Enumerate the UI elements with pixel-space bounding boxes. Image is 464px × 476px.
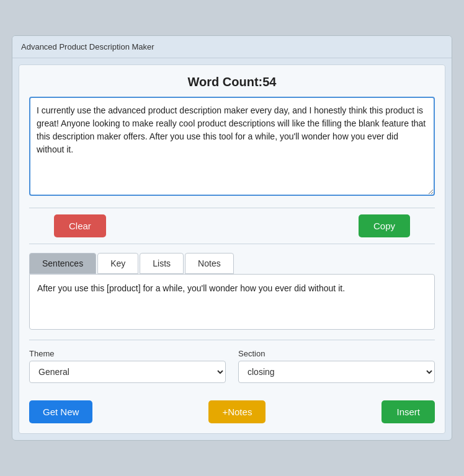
dropdowns-section: Theme General Professional Casual Techni… [29,340,435,383]
insert-button[interactable]: Insert [381,400,435,423]
copy-button[interactable]: Copy [359,214,410,237]
tab-sentences[interactable]: Sentences [29,253,96,274]
theme-dropdown-group: Theme General Professional Casual Techni… [29,349,226,383]
theme-label: Theme [29,349,226,358]
tab-lists[interactable]: Lists [140,253,184,274]
notes-button[interactable]: +Notes [208,400,265,423]
theme-select[interactable]: General Professional Casual Technical [29,361,226,383]
clear-button[interactable]: Clear [54,214,106,237]
section-dropdown-group: Section opening body closing features be… [238,349,435,383]
app-title-bar: Advanced Product Description Maker [12,36,452,58]
tab-notes[interactable]: Notes [185,253,234,274]
section-select[interactable]: opening body closing features benefits [238,361,435,383]
app-title: Advanced Product Description Maker [21,42,154,51]
sentence-box: After you use this [product] for a while… [29,274,435,330]
action-buttons-row: Get New +Notes Insert [29,393,435,423]
tab-key[interactable]: Key [97,253,138,274]
tabs-row: Sentences Key Lists Notes [29,253,435,274]
main-description-textarea[interactable]: I currently use the advanced product des… [29,97,435,196]
word-count-title: Word Count:54 [29,75,435,89]
section-label: Section [238,349,435,358]
app-container: Advanced Product Description Maker Word … [12,35,452,441]
clear-copy-row: Clear Copy [29,208,435,244]
get-new-button[interactable]: Get New [29,400,92,423]
sentence-text: After you use this [product] for a while… [37,283,345,293]
main-content: Word Count:54 I currently use the advanc… [19,64,445,434]
